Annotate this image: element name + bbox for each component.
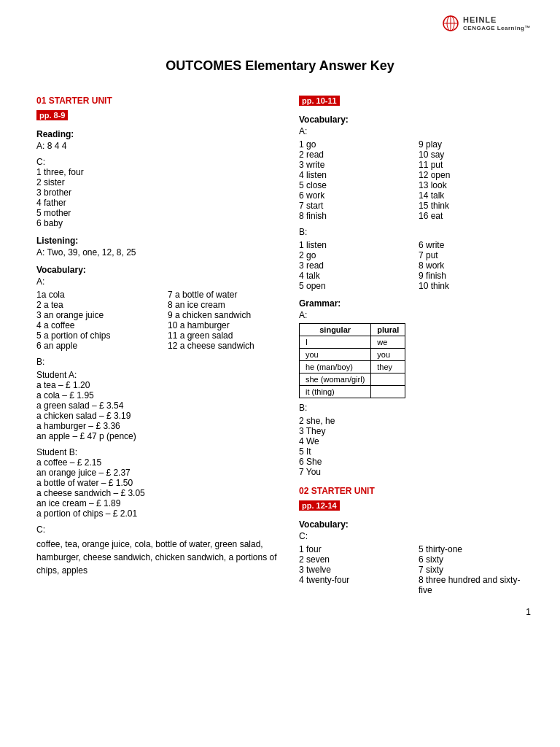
page: HEINLE CENGAGE Learning™ OUTCOMES Elemen… — [0, 0, 560, 632]
pp89-ref: pp. 8-9 — [36, 110, 68, 120]
list-item: 16 eat — [419, 211, 524, 221]
section1-title: 01 STARTER UNIT — [36, 96, 284, 106]
section2-block: 02 STARTER UNIT pp. 12-14 Vocabulary: C:… — [299, 486, 524, 595]
vocab-a-col1: 1a cola2 a tea3 an orange juice4 a coffe… — [36, 290, 153, 351]
list-item: 2 she, he — [299, 416, 524, 426]
right-vocab-a-col1: 1 go2 read3 write4 listen5 close6 work7 … — [299, 139, 404, 221]
list-item: 3 an orange juice — [36, 310, 153, 320]
table-row: it (thing) — [300, 386, 405, 398]
list-item: 8 three hundred and sixty-five — [419, 575, 524, 595]
list-item: 7 start — [299, 201, 404, 211]
list-item: 1a cola — [36, 290, 153, 300]
list-item: an orange juice – £ 2.37 — [36, 468, 284, 478]
list-item: 12 open — [419, 170, 524, 180]
list-item: 4 listen — [299, 170, 404, 180]
list-item: an apple – £ 47 p (pence) — [36, 431, 284, 441]
list-item: 3 read — [299, 260, 404, 271]
list-item: a portion of chips – £ 2.01 — [36, 508, 284, 519]
student-b-list: a coffee – £ 2.15an orange juice – £ 2.3… — [36, 457, 284, 519]
vocab-a-answers: 1a cola2 a tea3 an orange juice4 a coffe… — [36, 290, 284, 351]
table-cell: you — [371, 349, 405, 361]
section2-title: 02 STARTER UNIT — [299, 486, 524, 496]
grammar-table: singular plural Iweyouyouhe (man/boy)the… — [299, 323, 405, 398]
list-item: 5 It — [299, 446, 524, 457]
vocab-label: Vocabulary: — [36, 265, 284, 275]
right-column: pp. 10-11 Vocabulary: A: 1 go2 read3 wri… — [299, 96, 524, 603]
list-item: 5 thirty-one — [419, 544, 524, 554]
list-item: a bottle of water – £ 1.50 — [36, 478, 284, 488]
list-item: 14 talk — [419, 190, 524, 201]
listening-label: Listening: — [36, 236, 284, 246]
table-row: he (man/boy)they — [300, 361, 405, 374]
list-item: a hamburger – £ 3.36 — [36, 421, 284, 431]
list-item: 3 brother — [36, 187, 284, 198]
list-item: 4 father — [36, 198, 284, 208]
cengage-name: CENGAGE Learning™ — [463, 25, 531, 32]
table-cell: we — [371, 336, 405, 349]
table-cell: she (woman/girl) — [300, 374, 371, 386]
list-item: 2 read — [299, 150, 404, 160]
list-item: 5 a portion of chips — [36, 330, 153, 341]
reading-a: A: 8 4 4 — [36, 141, 284, 151]
student-a-label: Student A: — [36, 370, 284, 380]
list-item: 8 finish — [299, 211, 404, 221]
grammar-table-body: Iweyouyouhe (man/boy)theyshe (woman/girl… — [300, 336, 405, 398]
list-item: 2 a tea — [36, 300, 153, 310]
right-vocab-b-col1: 1 listen2 go3 read4 talk5 open — [299, 240, 404, 291]
list-item: 13 look — [419, 180, 524, 190]
right-vocab-block: Vocabulary: A: 1 go2 read3 write4 listen… — [299, 115, 524, 291]
list-item: 11 put — [419, 160, 524, 170]
list-item: 10 a hamburger — [168, 320, 284, 330]
table-cell: you — [300, 349, 371, 361]
list-item: 7 sixty — [419, 565, 524, 575]
list-item: 4 talk — [299, 271, 404, 281]
right-vocab-a-label: A: — [299, 126, 524, 136]
list-item: a tea – £ 1.20 — [36, 380, 284, 390]
list-item: 3 write — [299, 160, 404, 170]
list-item: 7 put — [419, 250, 524, 260]
list-item: 6 an apple — [36, 341, 153, 351]
list-item: a cheese sandwich – £ 3.05 — [36, 488, 284, 498]
grammar-label: Grammar: — [299, 298, 524, 309]
list-item: 2 seven — [299, 554, 404, 565]
table-cell: it (thing) — [300, 386, 371, 398]
list-item: 6 write — [419, 240, 524, 250]
list-item: 5 mother — [36, 208, 284, 218]
grammar-header-singular: singular — [300, 324, 371, 336]
list-item: 2 go — [299, 250, 404, 260]
listening-a: A: Two, 39, one, 12, 8, 25 — [36, 247, 284, 258]
list-item: 9 a chicken sandwich — [168, 310, 284, 320]
list-item: 7 a bottle of water — [168, 290, 284, 300]
vocab-block: Vocabulary: A: 1a cola2 a tea3 an orange… — [36, 265, 284, 577]
table-cell: I — [300, 336, 371, 349]
list-item: 1 four — [299, 544, 404, 554]
list-item: 9 play — [419, 139, 524, 150]
grammar-a-label: A: — [299, 310, 524, 320]
grammar-block: Grammar: A: singular plural Iweyouyouhe … — [299, 298, 524, 477]
list-item: 7 You — [299, 467, 524, 477]
list-item: an ice cream – £ 1.89 — [36, 498, 284, 508]
list-item: 11 a green salad — [168, 330, 284, 341]
vocab-b-label: B: — [36, 357, 284, 367]
list-item: 10 think — [419, 281, 524, 291]
list-item: 2 sister — [36, 177, 284, 187]
vocab2-c-col1: 1 four2 seven3 twelve4 twenty-four — [299, 544, 404, 595]
reading-label: Reading: — [36, 129, 284, 139]
list-item: 6 sixty — [419, 554, 524, 565]
main-title: OUTCOMES Elementary Answer Key — [36, 58, 524, 74]
vocab-c-text: coffee, tea, orange juice, cola, bottle … — [36, 538, 284, 577]
right-vocab-b-answers: 1 listen2 go3 read4 talk5 open 6 write7 … — [299, 240, 524, 291]
table-cell — [371, 386, 405, 398]
pp1214-ref: pp. 12-14 — [299, 500, 340, 511]
grammar-b-list: 2 she, he3 They4 We5 It6 She7 You — [299, 416, 524, 477]
list-item: 15 think — [419, 201, 524, 211]
list-item: 4 a coffee — [36, 320, 153, 330]
list-item: 5 close — [299, 180, 404, 190]
student-a-list: a tea – £ 1.20a cola – £ 1.95a green sal… — [36, 380, 284, 441]
list-item: 3 twelve — [299, 565, 404, 575]
right-vocab-b-col2: 6 write7 put8 work9 finish10 think — [419, 240, 524, 291]
list-item: 9 finish — [419, 271, 524, 281]
vocab-a-col2: 7 a bottle of water8 an ice cream9 a chi… — [168, 290, 284, 351]
list-item: 4 We — [299, 436, 524, 446]
vocab-a-label: A: — [36, 276, 284, 287]
